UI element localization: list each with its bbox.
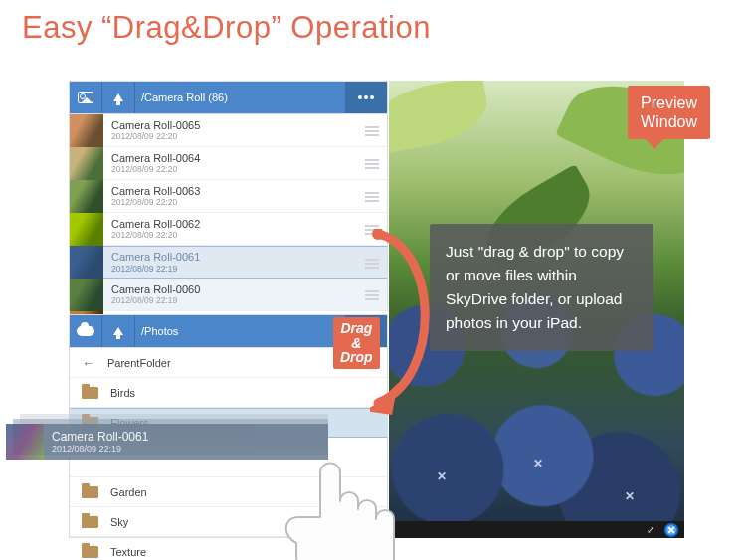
callout-text: Window [641,113,697,130]
berry-highlight: ✕ [437,469,447,483]
folder-label: Garden [110,486,147,498]
folder-label: Texture [110,546,146,558]
file-name: Camera Roll-0063 [111,185,200,197]
callout-text: & [351,335,361,351]
drag-handle-icon[interactable] [365,126,379,136]
hand-pointer-icon [273,432,432,560]
expand-icon[interactable]: ⤢ [647,524,654,535]
callout-text: Preview [641,94,697,111]
photo-icon[interactable] [70,82,102,113]
folder-row[interactable]: Birds [70,378,387,408]
back-arrow-icon: ← [82,355,95,371]
file-name: Camera Roll-0065 [111,119,200,131]
thumbnail-icon [70,114,103,147]
callout-text: Drag [340,320,372,336]
thumbnail-icon [6,424,44,460]
file-date: 2012/08/09 22:19 [111,295,200,305]
pane-header: /Camera Roll (86) [70,82,387,114]
file-name: Camera Roll-0064 [111,152,200,164]
file-date: 2012/08/09 22:20 [111,164,200,174]
more-button[interactable] [345,82,387,113]
up-button[interactable] [102,315,135,347]
cloud-icon[interactable] [70,315,102,347]
breadcrumb-path[interactable]: /Camera Roll (86) [135,82,345,113]
file-name: Camera Roll-0061 [111,251,200,263]
callout-text: Drop [340,349,373,365]
thumbnail-icon [70,147,103,180]
file-name: Camera Roll-0060 [111,283,200,295]
callout-drag-and-drop: Drag & Drop [333,317,380,369]
list-item[interactable]: Camera Roll-0064 2012/08/09 22:20 [70,147,387,180]
file-date: 2012/08/09 22:20 [111,230,200,240]
folder-icon [82,387,98,399]
camera-roll-pane: /Camera Roll (86) Camera Roll-0065 2012/… [69,81,388,311]
list-item[interactable]: Camera Roll-0065 2012/08/09 22:20 [70,114,387,147]
berry-highlight: ✕ [533,457,543,470]
preview-toolbar: ⤢ [389,521,684,538]
file-date: 2012/08/09 22:20 [111,131,200,141]
description-tooltip: Just "drag & drop" to copy or move files… [430,224,653,351]
file-date: 2012/08/09 22:20 [111,197,200,207]
file-date: 2012/08/09 22:19 [52,444,148,454]
thumbnail-icon [70,180,103,213]
file-list: Camera Roll-0065 2012/08/09 22:20 Camera… [70,114,387,331]
list-item[interactable]: Camera Roll-0063 2012/08/09 22:20 [70,180,387,213]
folder-icon [82,486,98,498]
folder-icon [82,546,98,558]
callout-preview-window: Preview Window [628,86,710,139]
file-name: Camera Roll-0062 [111,218,200,230]
breadcrumb-path[interactable]: /Photos [135,315,345,347]
page-title: Easy “Drag&Drop” Operation [22,10,431,46]
up-button[interactable] [102,82,135,113]
close-icon[interactable] [664,523,678,537]
drag-handle-icon[interactable] [365,192,379,202]
drag-handle-icon[interactable] [365,159,379,169]
arrow-icon [370,229,440,423]
thumbnail-icon [70,246,103,279]
thumbnail-icon [70,213,103,246]
folder-icon [82,516,98,528]
folder-label: Sky [110,516,128,528]
thumbnail-icon [70,279,103,311]
file-date: 2012/08/09 22:19 [111,264,200,274]
berry-highlight: ✕ [625,489,635,503]
file-name: Camera Roll-0061 [52,430,148,444]
list-item[interactable]: Camera Roll-0061 2012/08/09 22:19 [70,246,387,279]
list-item[interactable]: Camera Roll-0060 2012/08/09 22:19 [70,279,387,311]
list-item[interactable]: Camera Roll-0062 2012/08/09 22:20 [70,213,387,246]
folder-label: Birds [110,387,135,399]
folder-label: ParentFolder [107,357,171,369]
